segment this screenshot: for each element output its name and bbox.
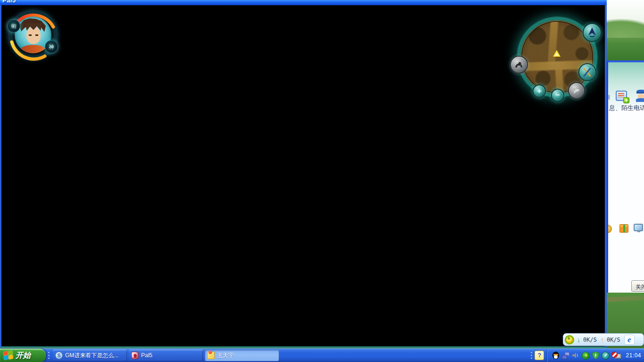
game-viewport[interactable]: 術 神: [1, 5, 605, 346]
flag-blue: [4, 355, 8, 360]
portrait-eyes: [29, 34, 38, 36]
tray-separator[interactable]: [530, 350, 533, 361]
gauge-tray-icon[interactable]: [602, 352, 610, 360]
compass-button[interactable]: [583, 23, 602, 42]
taskbar-item-label: Pal5: [141, 352, 152, 359]
taskbar-item-forum[interactable]: S GM进来看下是怎么...: [53, 350, 127, 361]
sticky-note-icon: [207, 352, 215, 359]
no-entry-badge: [611, 352, 618, 358]
download-speed-value: 0K/S: [583, 337, 597, 343]
portrait-bangs: [25, 23, 42, 31]
popup-toolbar-row2: ▾: [608, 223, 644, 236]
game-title-bar[interactable]: Pal5: [0, 0, 607, 5]
taskbar: 开始 S GM进来看下是怎么... Pal5 王天宇 ?: [0, 348, 644, 362]
police-body: [636, 98, 644, 102]
no-connection-tray-icon[interactable]: [611, 352, 622, 360]
pal5-game-icon: [131, 352, 139, 359]
flag-yellow: [8, 354, 13, 359]
ie-launcher-icon[interactable]: e: [624, 335, 635, 345]
avatar-badge-bottom[interactable]: 神: [45, 40, 58, 53]
minimap-zoom-out-button[interactable]: −: [551, 89, 564, 102]
police-cap: [636, 90, 644, 93]
monitor-base: [637, 231, 640, 232]
taskbar-item-pal5[interactable]: Pal5: [129, 350, 203, 361]
upload-speed-value: 0K/S: [607, 337, 620, 343]
quick-launch-separator[interactable]: [47, 350, 50, 361]
north-arrow-icon: [587, 27, 597, 38]
wallpaper-dirt-path: [607, 295, 644, 303]
minimap-road-north: [548, 22, 559, 65]
system-tray: + 21:04: [547, 349, 644, 362]
monitor-icon[interactable]: [634, 224, 643, 231]
back-arrow-icon[interactable]: ◀: [607, 93, 613, 101]
help-tray-button[interactable]: ?: [535, 351, 544, 360]
desktop: Pal5: [0, 0, 644, 362]
tray-clock[interactable]: 21:04: [626, 352, 641, 359]
popup-close-button[interactable]: 关闭: [631, 280, 644, 292]
horse-icon: [514, 60, 524, 69]
accelerator-icon[interactable]: [565, 335, 574, 345]
game-window: Pal5: [0, 0, 607, 348]
browser-icon: S: [55, 352, 63, 359]
popup-message-text: 息、陌生电话，: [609, 104, 644, 112]
add-chat-icon[interactable]: +: [616, 91, 627, 101]
avatar-badge-top[interactable]: 術: [7, 19, 20, 33]
taskbar-item-label: GM进来看下是怎么...: [65, 352, 118, 360]
popup-window: ◀ + 息、陌生电话， ▾ 关闭: [607, 60, 644, 293]
shield-icon: [592, 352, 599, 359]
police-icon[interactable]: [636, 90, 644, 102]
start-button[interactable]: 开始: [0, 349, 46, 362]
network-speed-widget[interactable]: ↓ 0K/S ↑ 0K/S e: [563, 333, 644, 346]
wallpaper-hill: [604, 19, 644, 38]
crossed-tools-icon: [582, 67, 593, 77]
minimap-widget: + −: [506, 10, 608, 109]
security-shield-tray-icon[interactable]: [592, 352, 600, 360]
hand-bell-icon[interactable]: [607, 225, 612, 233]
chat-lines: [618, 93, 624, 97]
qq-tray-icon[interactable]: [552, 352, 560, 360]
hand-scroll-icon: [572, 86, 581, 95]
start-label: 开始: [16, 351, 31, 361]
speaker-icon: [572, 352, 579, 359]
popup-toolbar-row1: ◀ +: [608, 90, 644, 106]
taskbar-item-wangtianyu[interactable]: 王天宇: [205, 350, 279, 361]
network-monitor-front: [562, 355, 567, 359]
upload-arrow-icon: ↑: [601, 336, 604, 344]
gift-ribbon: [623, 225, 625, 232]
chat-plus-badge: +: [623, 97, 629, 103]
gift-icon[interactable]: [619, 224, 628, 233]
windows-logo-icon: [3, 351, 14, 360]
volume-tray-icon[interactable]: [572, 352, 580, 360]
player-marker: [553, 50, 560, 57]
tools-button[interactable]: [578, 63, 596, 81]
mount-button[interactable]: [510, 56, 528, 74]
gesture-button[interactable]: [568, 82, 585, 99]
antivirus-tray-icon[interactable]: +: [582, 352, 590, 360]
network-tray-icon[interactable]: [562, 352, 570, 360]
download-arrow-icon: ↓: [577, 336, 580, 344]
minimap-zoom-in-button[interactable]: +: [533, 84, 546, 98]
game-title-text: Pal5: [2, 0, 16, 4]
minimap-map[interactable]: [522, 22, 593, 93]
qq-scarf: [553, 354, 558, 355]
avatar-widget[interactable]: 術 神: [5, 7, 63, 63]
taskbar-item-label: 王天宇: [217, 352, 234, 360]
